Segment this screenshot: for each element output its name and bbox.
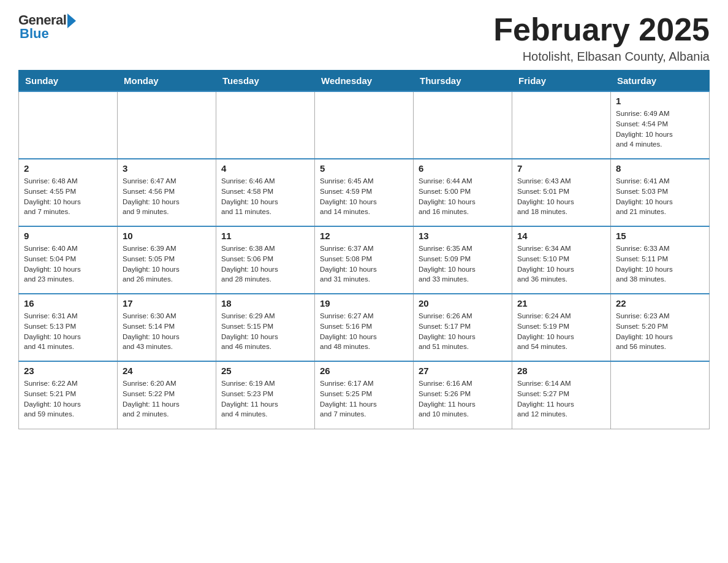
day-info: Sunrise: 6:37 AM Sunset: 5:08 PM Dayligh…	[320, 243, 408, 285]
calendar-week-row: 2Sunrise: 6:48 AM Sunset: 4:55 PM Daylig…	[19, 159, 710, 226]
day-number: 3	[123, 163, 211, 174]
logo-arrow-icon	[67, 13, 76, 28]
day-number: 4	[221, 163, 309, 174]
calendar-week-row: 1Sunrise: 6:49 AM Sunset: 4:54 PM Daylig…	[19, 91, 710, 159]
day-info: Sunrise: 6:41 AM Sunset: 5:03 PM Dayligh…	[616, 176, 704, 217]
calendar-day-cell: 8Sunrise: 6:41 AM Sunset: 5:03 PM Daylig…	[611, 159, 710, 226]
day-info: Sunrise: 6:48 AM Sunset: 4:55 PM Dayligh…	[24, 176, 112, 217]
calendar-day-cell: 27Sunrise: 6:16 AM Sunset: 5:26 PM Dayli…	[414, 361, 512, 429]
day-info: Sunrise: 6:24 AM Sunset: 5:19 PM Dayligh…	[517, 311, 605, 352]
day-info: Sunrise: 6:14 AM Sunset: 5:27 PM Dayligh…	[517, 378, 605, 419]
day-info: Sunrise: 6:19 AM Sunset: 5:23 PM Dayligh…	[221, 378, 309, 419]
day-number: 27	[419, 366, 507, 376]
day-number: 18	[221, 298, 309, 308]
day-info: Sunrise: 6:38 AM Sunset: 5:06 PM Dayligh…	[221, 243, 309, 285]
calendar-day-header: Tuesday	[216, 71, 315, 92]
day-number: 21	[517, 298, 605, 308]
day-number: 17	[123, 298, 211, 308]
day-info: Sunrise: 6:49 AM Sunset: 4:54 PM Dayligh…	[616, 109, 704, 150]
day-info: Sunrise: 6:40 AM Sunset: 5:04 PM Dayligh…	[24, 243, 112, 285]
calendar-week-row: 23Sunrise: 6:22 AM Sunset: 5:21 PM Dayli…	[19, 361, 710, 429]
calendar-day-cell: 22Sunrise: 6:23 AM Sunset: 5:20 PM Dayli…	[611, 294, 710, 361]
day-info: Sunrise: 6:34 AM Sunset: 5:10 PM Dayligh…	[517, 243, 605, 285]
day-number: 2	[24, 163, 112, 174]
calendar-day-cell: 20Sunrise: 6:26 AM Sunset: 5:17 PM Dayli…	[414, 294, 512, 361]
day-info: Sunrise: 6:23 AM Sunset: 5:20 PM Dayligh…	[616, 311, 704, 352]
calendar-header-row: SundayMondayTuesdayWednesdayThursdayFrid…	[19, 71, 710, 92]
day-info: Sunrise: 6:44 AM Sunset: 5:00 PM Dayligh…	[419, 176, 507, 217]
calendar-day-cell: 13Sunrise: 6:35 AM Sunset: 5:09 PM Dayli…	[414, 226, 512, 294]
calendar-day-cell: 23Sunrise: 6:22 AM Sunset: 5:21 PM Dayli…	[19, 361, 118, 429]
day-number: 19	[320, 298, 408, 308]
day-info: Sunrise: 6:16 AM Sunset: 5:26 PM Dayligh…	[419, 378, 507, 419]
day-info: Sunrise: 6:27 AM Sunset: 5:16 PM Dayligh…	[320, 311, 408, 352]
day-number: 7	[517, 163, 605, 174]
day-number: 8	[616, 163, 704, 174]
day-number: 28	[517, 366, 605, 376]
day-number: 9	[24, 231, 112, 241]
day-number: 23	[24, 366, 112, 376]
calendar-day-cell: 18Sunrise: 6:29 AM Sunset: 5:15 PM Dayli…	[216, 294, 315, 361]
day-info: Sunrise: 6:35 AM Sunset: 5:09 PM Dayligh…	[419, 243, 507, 285]
day-info: Sunrise: 6:30 AM Sunset: 5:14 PM Dayligh…	[123, 311, 211, 352]
logo-blue-text: Blue	[20, 26, 49, 42]
calendar-day-cell: 12Sunrise: 6:37 AM Sunset: 5:08 PM Dayli…	[315, 226, 414, 294]
calendar-day-header: Wednesday	[315, 71, 414, 92]
day-info: Sunrise: 6:31 AM Sunset: 5:13 PM Dayligh…	[24, 311, 112, 352]
calendar-table: SundayMondayTuesdayWednesdayThursdayFrid…	[18, 70, 710, 429]
day-number: 5	[320, 163, 408, 174]
day-number: 14	[517, 231, 605, 241]
calendar-day-cell: 3Sunrise: 6:47 AM Sunset: 4:56 PM Daylig…	[118, 159, 216, 226]
logo: General Blue	[18, 12, 76, 42]
day-number: 22	[616, 298, 704, 308]
day-number: 10	[123, 231, 211, 241]
day-number: 15	[616, 231, 704, 241]
day-info: Sunrise: 6:20 AM Sunset: 5:22 PM Dayligh…	[123, 378, 211, 419]
calendar-day-cell: 17Sunrise: 6:30 AM Sunset: 5:14 PM Dayli…	[118, 294, 216, 361]
month-title: February 2025	[493, 12, 710, 47]
day-number: 11	[221, 231, 309, 241]
day-info: Sunrise: 6:45 AM Sunset: 4:59 PM Dayligh…	[320, 176, 408, 217]
calendar-day-cell	[315, 91, 414, 159]
day-number: 20	[419, 298, 507, 308]
title-block: February 2025 Hotolisht, Elbasan County,…	[493, 12, 710, 64]
day-info: Sunrise: 6:29 AM Sunset: 5:15 PM Dayligh…	[221, 311, 309, 352]
calendar-day-cell: 2Sunrise: 6:48 AM Sunset: 4:55 PM Daylig…	[19, 159, 118, 226]
calendar-day-cell: 28Sunrise: 6:14 AM Sunset: 5:27 PM Dayli…	[512, 361, 611, 429]
day-info: Sunrise: 6:17 AM Sunset: 5:25 PM Dayligh…	[320, 378, 408, 419]
calendar-day-cell: 24Sunrise: 6:20 AM Sunset: 5:22 PM Dayli…	[118, 361, 216, 429]
calendar-day-header: Monday	[118, 71, 216, 92]
calendar-day-cell: 5Sunrise: 6:45 AM Sunset: 4:59 PM Daylig…	[315, 159, 414, 226]
calendar-day-cell: 14Sunrise: 6:34 AM Sunset: 5:10 PM Dayli…	[512, 226, 611, 294]
day-number: 6	[419, 163, 507, 174]
calendar-day-cell: 7Sunrise: 6:43 AM Sunset: 5:01 PM Daylig…	[512, 159, 611, 226]
calendar-day-cell	[216, 91, 315, 159]
calendar-day-cell: 1Sunrise: 6:49 AM Sunset: 4:54 PM Daylig…	[611, 91, 710, 159]
calendar-day-cell: 16Sunrise: 6:31 AM Sunset: 5:13 PM Dayli…	[19, 294, 118, 361]
day-number: 12	[320, 231, 408, 241]
day-info: Sunrise: 6:43 AM Sunset: 5:01 PM Dayligh…	[517, 176, 605, 217]
calendar-day-cell: 21Sunrise: 6:24 AM Sunset: 5:19 PM Dayli…	[512, 294, 611, 361]
day-info: Sunrise: 6:47 AM Sunset: 4:56 PM Dayligh…	[123, 176, 211, 217]
calendar-day-cell: 15Sunrise: 6:33 AM Sunset: 5:11 PM Dayli…	[611, 226, 710, 294]
calendar-day-cell: 26Sunrise: 6:17 AM Sunset: 5:25 PM Dayli…	[315, 361, 414, 429]
calendar-day-header: Thursday	[414, 71, 512, 92]
day-info: Sunrise: 6:22 AM Sunset: 5:21 PM Dayligh…	[24, 378, 112, 419]
day-number: 16	[24, 298, 112, 308]
day-info: Sunrise: 6:39 AM Sunset: 5:05 PM Dayligh…	[123, 243, 211, 285]
calendar-day-cell: 25Sunrise: 6:19 AM Sunset: 5:23 PM Dayli…	[216, 361, 315, 429]
day-info: Sunrise: 6:46 AM Sunset: 4:58 PM Dayligh…	[221, 176, 309, 217]
calendar-day-cell	[19, 91, 118, 159]
calendar-day-header: Sunday	[19, 71, 118, 92]
calendar-day-header: Saturday	[611, 71, 710, 92]
calendar-day-cell	[414, 91, 512, 159]
calendar-day-cell	[118, 91, 216, 159]
day-number: 13	[419, 231, 507, 241]
page-header: General Blue February 2025 Hotolisht, El…	[18, 12, 710, 64]
calendar-day-cell: 9Sunrise: 6:40 AM Sunset: 5:04 PM Daylig…	[19, 226, 118, 294]
day-number: 25	[221, 366, 309, 376]
calendar-week-row: 16Sunrise: 6:31 AM Sunset: 5:13 PM Dayli…	[19, 294, 710, 361]
calendar-day-cell: 11Sunrise: 6:38 AM Sunset: 5:06 PM Dayli…	[216, 226, 315, 294]
calendar-day-cell: 19Sunrise: 6:27 AM Sunset: 5:16 PM Dayli…	[315, 294, 414, 361]
day-number: 26	[320, 366, 408, 376]
